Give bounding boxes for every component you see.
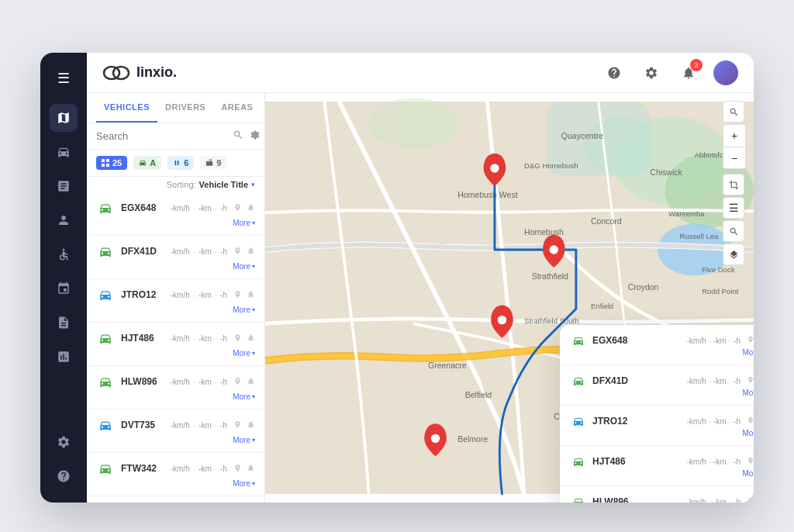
fv-location-icon[interactable] xyxy=(747,376,754,385)
tab-drivers[interactable]: DRIVERS xyxy=(157,93,213,123)
layers-button[interactable] xyxy=(723,244,744,265)
vehicle-dist: -km xyxy=(198,247,212,256)
bell-icon[interactable] xyxy=(247,420,255,430)
tab-areas[interactable]: AREAS xyxy=(213,93,261,123)
vehicle-list-item[interactable]: JTRO12 -km/h - -km - -h xyxy=(87,279,264,323)
more-button[interactable]: More ▾ xyxy=(233,392,255,401)
bell-icon[interactable] xyxy=(247,247,255,257)
sidebar-item-calendar[interactable] xyxy=(50,275,78,302)
svg-text:Five Dock: Five Dock xyxy=(702,265,735,274)
zoom-controls: + − xyxy=(723,124,746,169)
bell-icon[interactable] xyxy=(247,333,255,344)
zoom-out-button[interactable]: − xyxy=(723,147,745,168)
fv-location-icon[interactable] xyxy=(747,497,754,503)
vehicle-list-item[interactable]: HLW896 -km/h - -km - -h xyxy=(87,366,264,409)
floating-vehicle-item[interactable]: DFX41D -km/h - -km - -h xyxy=(560,365,754,406)
vehicle-speed: -km/h xyxy=(171,465,190,473)
sidebar-item-documents[interactable] xyxy=(50,309,78,337)
vehicle-icon xyxy=(96,372,115,391)
sorting-value[interactable]: Vehicle Title xyxy=(199,180,248,189)
search-icon[interactable] xyxy=(233,130,243,143)
menu-map-button[interactable]: ☰ xyxy=(723,197,744,219)
sidebar-item-reports[interactable] xyxy=(50,172,78,200)
bell-icon[interactable] xyxy=(247,203,255,213)
vehicle-id: DVT735 xyxy=(121,420,164,430)
vehicle-list-item[interactable]: FTW342 -km/h - -km - -h xyxy=(87,453,264,496)
search-on-map-button[interactable] xyxy=(723,101,744,123)
zoom-in-button[interactable]: + xyxy=(723,125,745,147)
vehicle-list-item[interactable]: HJT486 -km/h - -km - -h xyxy=(87,323,264,366)
sidebar-item-settings[interactable] xyxy=(50,428,78,456)
vehicle-speed: -km/h xyxy=(171,378,190,386)
more-button[interactable]: More ▾ xyxy=(233,306,255,314)
crop-button[interactable] xyxy=(723,174,744,195)
fv-location-icon[interactable] xyxy=(747,416,754,426)
fv-more-button[interactable]: More ▾ xyxy=(742,348,754,357)
fv-stats: -km/h - -km - -h xyxy=(687,337,740,345)
bell-icon[interactable] xyxy=(247,290,255,300)
floating-vehicle-item[interactable]: JTRO12 -km/h - -km - -h xyxy=(560,406,754,446)
bell-icon[interactable] xyxy=(247,464,255,474)
stat-inactive[interactable]: 9 xyxy=(200,156,226,170)
fv-icon xyxy=(571,413,586,429)
vehicle-list-item[interactable]: EGX648 -km/h - -km - -h xyxy=(87,192,264,236)
svg-text:Belfield: Belfield xyxy=(465,390,492,399)
vehicle-time: -h xyxy=(220,204,227,212)
location-icon[interactable] xyxy=(233,247,242,257)
floating-vehicle-item[interactable]: EGX648 -km/h - -km - -h xyxy=(560,325,754,365)
fv-more-button[interactable]: More ▾ xyxy=(742,389,754,397)
location-icon[interactable] xyxy=(233,290,242,300)
tab-vehicles[interactable]: VEHICLES xyxy=(96,93,157,123)
more-button[interactable]: More ▾ xyxy=(233,262,255,271)
location-icon[interactable] xyxy=(233,420,242,430)
location-icon[interactable] xyxy=(233,203,242,213)
sidebar-item-analytics[interactable] xyxy=(50,343,78,371)
fv-location-icon[interactable] xyxy=(747,457,754,466)
vehicle-dist: -km xyxy=(198,378,212,386)
sidebar-item-accessibility[interactable] xyxy=(50,240,78,268)
sorting-chevron[interactable]: ▾ xyxy=(251,181,255,188)
sidebar-item-drivers[interactable] xyxy=(50,206,78,234)
user-avatar[interactable] xyxy=(713,60,738,85)
search-input[interactable] xyxy=(96,130,226,142)
more-button[interactable]: More ▾ xyxy=(233,479,255,488)
help-button[interactable] xyxy=(602,60,627,85)
vehicle-id: DFX41D xyxy=(121,246,164,257)
vehicle-list-item[interactable]: DVT735 -km/h - -km - -h xyxy=(87,409,264,453)
locate-button[interactable] xyxy=(723,220,744,242)
stat-all[interactable]: 25 xyxy=(96,156,127,170)
more-button[interactable]: More ▾ xyxy=(233,219,255,227)
svg-point-35 xyxy=(490,164,499,172)
notifications-button[interactable]: 3 xyxy=(676,60,701,85)
more-button[interactable]: More ▾ xyxy=(233,349,255,358)
floating-vehicle-item[interactable]: HLW896 -km/h - -km - -h xyxy=(560,486,754,503)
more-button[interactable]: More ▾ xyxy=(233,436,255,444)
fv-actions xyxy=(747,497,754,503)
sidebar-item-map[interactable] xyxy=(50,104,78,132)
stat-active[interactable]: A xyxy=(133,156,161,170)
location-icon[interactable] xyxy=(233,377,242,387)
fv-more-button[interactable]: More ▾ xyxy=(742,469,754,478)
settings-button[interactable] xyxy=(639,60,664,85)
vehicle-dist: -km xyxy=(198,204,212,212)
vehicle-dist: -km xyxy=(198,465,212,473)
fv-more-button[interactable]: More ▾ xyxy=(742,429,754,437)
fv-time: -h xyxy=(734,498,740,503)
hamburger-menu[interactable]: ☰ xyxy=(53,65,74,92)
fv-speed: -km/h xyxy=(687,458,706,466)
location-icon[interactable] xyxy=(233,464,242,474)
filter-settings-icon[interactable] xyxy=(250,130,261,143)
stat-paused[interactable]: 6 xyxy=(167,156,194,170)
svg-text:Homebush: Homebush xyxy=(524,227,564,237)
stat-inactive-count: 9 xyxy=(216,158,221,168)
fv-location-icon[interactable] xyxy=(747,336,754,345)
sidebar-item-vehicles[interactable] xyxy=(50,138,78,166)
bell-icon[interactable] xyxy=(247,377,255,387)
location-icon[interactable] xyxy=(233,333,242,344)
vehicle-list-item[interactable]: DFX41D -km/h - -km - -h xyxy=(87,236,264,279)
floating-vehicle-item[interactable]: HJT486 -km/h - -km - -h xyxy=(560,446,754,486)
sidebar-item-help[interactable] xyxy=(50,462,78,490)
svg-text:Rodd Point: Rodd Point xyxy=(702,287,739,295)
svg-text:Chiswick: Chiswick xyxy=(650,168,682,178)
vehicle-dist: -km xyxy=(198,421,212,430)
